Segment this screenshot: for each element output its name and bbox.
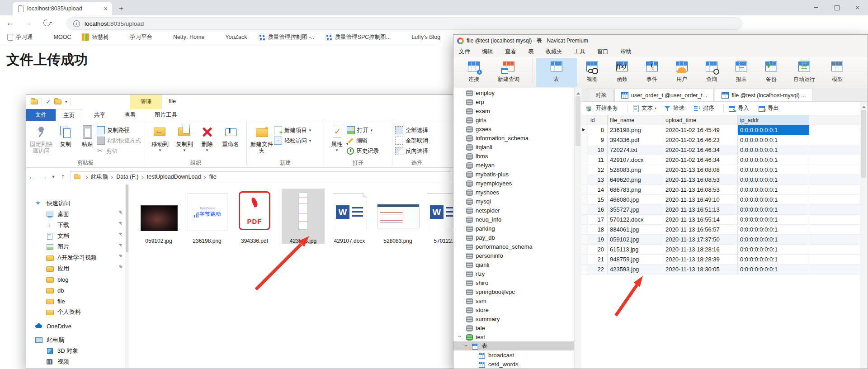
cell-id[interactable]: 19: [588, 235, 608, 244]
file-label[interactable]: 236198.png: [188, 238, 226, 244]
bookmark-item[interactable]: 智慧树: [82, 33, 109, 41]
tree-item[interactable]: netspider: [453, 206, 581, 215]
tree-item[interactable]: performance_schema: [453, 242, 581, 251]
cell-id[interactable]: 22: [588, 265, 608, 274]
history-button[interactable]: 历史记录: [347, 147, 379, 156]
table-row[interactable]: 8 236198.png 2020-11-02 16:45:49 0:0:0:0…: [581, 125, 860, 135]
tree-item[interactable]: summary: [453, 314, 581, 323]
menu-item[interactable]: 查看: [505, 48, 516, 56]
cell-ip-addr[interactable]: 0:0:0:0:0:0:0:1: [738, 185, 809, 194]
file-label[interactable]: 429107.docx: [333, 238, 366, 244]
sidebar-item[interactable]: 下载: [26, 220, 129, 231]
cell-ip-addr[interactable]: 0:0:0:0:0:0:0:1: [738, 145, 809, 155]
tree-item[interactable]: employ: [453, 88, 581, 97]
tab-file[interactable]: 文件: [26, 109, 56, 121]
tree-item[interactable]: personinfo: [453, 251, 581, 260]
menu-item[interactable]: 编辑: [482, 48, 493, 56]
cell-upload-time[interactable]: 2020-11-13 18:28:39: [663, 255, 738, 264]
cell-upload-time[interactable]: 2020-11-13 16:08:08: [663, 165, 738, 175]
sidebar-item[interactable]: 视频: [26, 356, 129, 367]
cell-file-name[interactable]: 466080.jpg: [608, 195, 663, 204]
cell-file-name[interactable]: 948759.jpg: [608, 255, 663, 264]
table-row[interactable]: 16 355727.jpg 2020-11-13 16:51:13 0:0:0:…: [581, 205, 860, 215]
edit-button[interactable]: 编辑: [347, 136, 379, 145]
cell-file-name[interactable]: 720274.txt: [608, 145, 663, 155]
scroll-up-icon[interactable]: [576, 90, 580, 95]
new-tab-button[interactable]: +: [116, 3, 127, 14]
tree-item[interactable]: test: [453, 332, 581, 341]
new-folder-button[interactable]: 新建文件夹: [250, 123, 274, 159]
cell-upload-time[interactable]: 2020-11-02 16:46:23: [663, 135, 738, 145]
cell-ip-addr[interactable]: 0:0:0:0:0:0:0:1: [738, 265, 809, 274]
new-item-button[interactable]: 新建项目▼: [274, 126, 312, 135]
file-thumbnail-429107-docx[interactable]: W: [333, 193, 367, 229]
grid-toolbar-button[interactable]: 导入: [728, 104, 751, 112]
cell-ip-addr[interactable]: 0:0:0:0:0:0:0:1: [738, 155, 809, 165]
table-row[interactable]: 14 686783.png 2020-11-13 16:08:53 0:0:0:…: [581, 185, 860, 195]
table-row[interactable]: 13 649620.png 2020-11-13 16:08:53 0:0:0:…: [581, 175, 860, 185]
pin-to-quick-access-button[interactable]: 固定到快速访问: [29, 123, 53, 159]
tree-item[interactable]: cet4_words: [453, 360, 581, 369]
cell-id[interactable]: 9: [588, 135, 608, 145]
breadcrumb-item[interactable]: › Data (F:): [108, 174, 139, 180]
toolbar-button[interactable]: 自动运行: [786, 58, 822, 87]
ribbon-context-tab-manage[interactable]: 管理: [130, 95, 162, 109]
tree-item[interactable]: mysql: [453, 197, 581, 206]
table-row[interactable]: 15 466080.jpg 2020-11-13 16:49:10 0:0:0:…: [581, 195, 860, 205]
cell-file-name[interactable]: 570122.docx: [608, 215, 663, 224]
cell-ip-addr[interactable]: 0:0:0:0:0:0:0:1: [738, 165, 809, 175]
bookmark-item[interactable]: 学习通: [6, 33, 33, 41]
table-row[interactable]: 11 429107.docx 2020-11-02 16:46:34 0:0:0…: [581, 155, 860, 165]
grid-scrollbar[interactable]: [860, 102, 868, 369]
row-marker[interactable]: [581, 165, 588, 175]
chevron-down-icon[interactable]: [459, 335, 462, 339]
column-header-file-name[interactable]: file_name: [608, 115, 663, 125]
cell-id[interactable]: 11: [588, 155, 608, 165]
bookmark-item[interactable]: Netty: Home: [163, 33, 204, 41]
qat-check-icon[interactable]: ✓: [46, 99, 51, 105]
maximize-button[interactable]: [826, 0, 847, 15]
toolbar-button[interactable]: 用户: [667, 58, 697, 87]
cell-ip-addr[interactable]: 0:0:0:0:0:0:0:1: [738, 135, 809, 145]
minimize-button[interactable]: [806, 0, 826, 15]
row-marker[interactable]: [581, 225, 588, 234]
sidebar-item[interactable]: OneDrive: [26, 321, 129, 331]
explorer-forward-icon[interactable]: →: [38, 173, 50, 181]
browser-tab[interactable]: localhost:8035/upload ×: [13, 2, 112, 15]
rename-button[interactable]: 重命名: [217, 123, 244, 159]
tree-item[interactable]: girls: [453, 115, 581, 124]
tree-item[interactable]: myshoes: [453, 188, 581, 197]
object-tab[interactable]: file @test (localhost-mysql) ...: [715, 89, 812, 101]
qat-customize-icon[interactable]: ▾: [65, 99, 67, 104]
cell-upload-time[interactable]: 2020-11-13 16:51:13: [663, 205, 738, 214]
toolbar-button[interactable]: 报表: [726, 58, 756, 87]
column-header-upload-time[interactable]: upload_time: [663, 115, 738, 125]
tree-item[interactable]: springbootjlvpc: [453, 287, 581, 296]
table-row[interactable]: 17 570122.docx 2020-11-13 16:55:14 0:0:0…: [581, 215, 860, 225]
menu-item[interactable]: 收藏夹: [546, 48, 563, 56]
row-marker[interactable]: [581, 145, 588, 155]
recent-locations-icon[interactable]: ▼: [50, 175, 57, 179]
chevron-down-icon[interactable]: [465, 344, 469, 348]
delete-button[interactable]: 删除▼: [197, 123, 217, 159]
tree-item[interactable]: ssm: [453, 296, 581, 305]
select-all-button[interactable]: 全部选择: [395, 126, 428, 135]
cell-file-name[interactable]: 649620.png: [608, 175, 663, 184]
sidebar-item[interactable]: db: [26, 285, 129, 296]
sidebar-item[interactable]: 应用: [26, 263, 129, 274]
cell-id[interactable]: 17: [588, 215, 608, 224]
cell-file-name[interactable]: 528083.png: [608, 165, 663, 175]
table-row[interactable]: 22 423593.jpg 2020-11-13 18:30:05 0:0:0:…: [581, 265, 860, 274]
cell-id[interactable]: 20: [588, 245, 608, 254]
tree-scrollbar[interactable]: [574, 88, 581, 369]
cut-button[interactable]: 剪切: [97, 147, 141, 156]
file-thumbnail-528083[interactable]: [377, 204, 420, 228]
refresh-icon[interactable]: [42, 18, 52, 28]
explorer-up-icon[interactable]: ↑: [57, 173, 69, 181]
cell-file-name[interactable]: 059102.jpg: [608, 235, 663, 244]
menu-item[interactable]: 工具: [574, 48, 585, 56]
toolbar-button[interactable]: 连接: [460, 58, 488, 87]
object-tab[interactable]: user_order_t @user_order_t...: [614, 89, 714, 101]
tree-item[interactable]: rlzy: [453, 269, 581, 278]
cell-file-name[interactable]: 884061.jpg: [608, 225, 663, 234]
